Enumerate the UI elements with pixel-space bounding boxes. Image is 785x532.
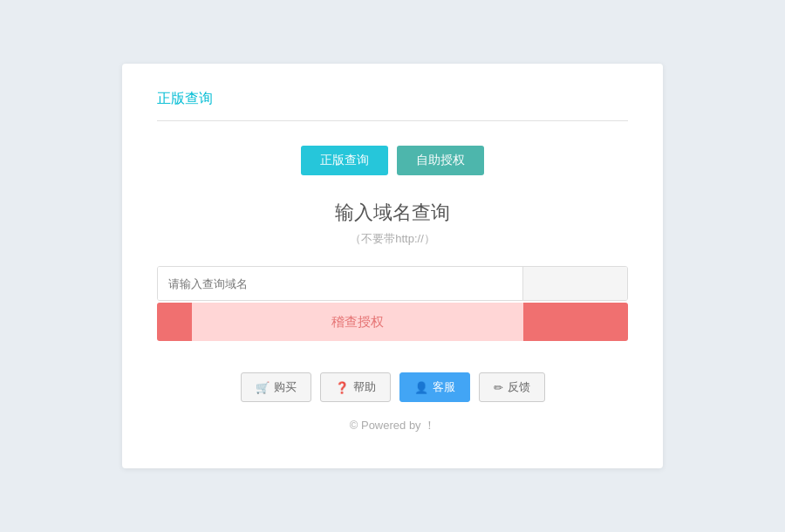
card-title: 正版查询: [157, 91, 213, 106]
help-label: 帮助: [353, 379, 376, 395]
buy-label: 购买: [274, 379, 297, 395]
feedback-label: 反馈: [508, 379, 530, 395]
card-title-row: 正版查询: [157, 90, 628, 121]
action-right-button[interactable]: [523, 303, 628, 341]
search-button[interactable]: 稽查授权: [192, 303, 523, 341]
powered-text: © Powered by ！: [157, 418, 628, 433]
captcha-area: [522, 267, 627, 300]
tab-zhengban[interactable]: 正版查询: [301, 146, 388, 175]
action-left-button[interactable]: [157, 303, 192, 341]
tab-row: 正版查询 自助授权: [157, 146, 628, 175]
tab-zizhu[interactable]: 自助授权: [397, 146, 484, 175]
input-query-wrapper: 稽查授权: [157, 266, 628, 341]
help-button[interactable]: ❓ 帮助: [320, 372, 391, 402]
domain-input[interactable]: [158, 267, 522, 300]
help-icon: ❓: [335, 381, 349, 394]
feedback-icon: ✏: [494, 381, 503, 394]
query-title: 输入域名查询: [157, 200, 628, 226]
input-row: [157, 266, 628, 301]
service-icon: 👤: [414, 381, 428, 394]
buy-button[interactable]: 🛒 购买: [241, 372, 311, 402]
main-card: 正版查询 正版查询 自助授权 输入域名查询 （不要带http://） 稽查授权 …: [122, 64, 663, 468]
action-row: 稽查授权: [157, 303, 628, 341]
service-button[interactable]: 👤 客服: [399, 372, 470, 402]
service-label: 客服: [433, 379, 455, 395]
buy-icon: 🛒: [256, 381, 270, 394]
bottom-buttons: 🛒 购买 ❓ 帮助 👤 客服 ✏ 反馈: [157, 372, 628, 402]
query-subtitle: （不要带http://）: [157, 231, 628, 247]
feedback-button[interactable]: ✏ 反馈: [479, 372, 545, 402]
